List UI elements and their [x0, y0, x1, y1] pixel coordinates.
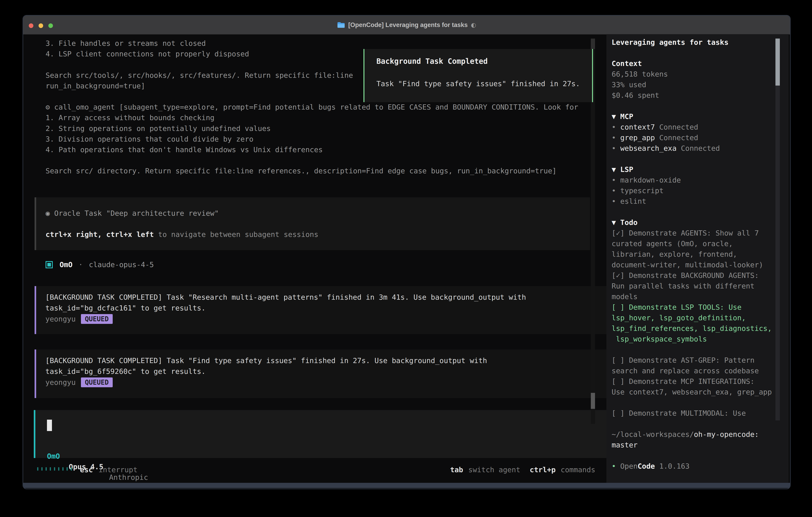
- oracle-hint-text: to navigate between subagent sessions: [154, 230, 318, 239]
- activity-spinner-icon: [37, 467, 72, 471]
- input-agent-name: OmO: [47, 451, 60, 461]
- terminal-line: 4. Path operations that don't handle Win…: [46, 144, 323, 155]
- queued-status-badge: QUEUED: [81, 377, 113, 387]
- terminal-line: Search src/ directory. Return specific f…: [46, 166, 557, 176]
- oracle-task-box: ◉ Oracle Task "Deep architecture review"…: [35, 197, 590, 250]
- text-cursor: [47, 419, 52, 431]
- oracle-task-hint: ctrl+x right, ctrl+x left to navigate be…: [46, 229, 590, 240]
- message-line: task_id="bg_dcfac161" to get results.: [46, 303, 613, 314]
- message-author: yeongyu: [46, 378, 76, 386]
- message-author: yeongyu: [46, 315, 76, 323]
- ctrlp-key-hint: ctrl+p: [530, 464, 556, 475]
- terminal-line: 1. Array access without bounds checking: [46, 112, 214, 123]
- proxy-icon: ◐: [471, 21, 476, 28]
- terminal-line: 3. Division operations that could divide…: [46, 134, 253, 144]
- agent-model: claude-opus-4-5: [89, 261, 154, 269]
- titlebar[interactable]: [OpenCode] Leveraging agents for tasks ◐: [23, 16, 790, 34]
- separator-dot: ·: [79, 261, 83, 269]
- window-title: [OpenCode] Leveraging agents for tasks: [348, 21, 468, 29]
- terminal-line: Search src/tools/, src/hooks/, src/featu…: [46, 70, 353, 81]
- folder-icon: [337, 22, 345, 28]
- message-footer: yeongyu QUEUED: [46, 377, 613, 388]
- terminal-line: run_in_background=true]: [46, 81, 145, 91]
- esc-key-hint: esc: [80, 464, 93, 475]
- oracle-task-title: ◉ Oracle Task "Deep architecture review": [46, 208, 590, 219]
- model-selector[interactable]: OmO Opus 4.5 Anthropic: [35, 440, 613, 451]
- queued-status-badge: QUEUED: [81, 314, 113, 324]
- status-bar: esc interrupt tab switch agent ctrl+p co…: [23, 464, 598, 475]
- esc-key-label: interrupt: [98, 464, 138, 475]
- toast-title: Background Task Completed: [376, 57, 488, 65]
- tab-key-label: switch agent: [468, 464, 520, 475]
- message-line: task_id="bg_6f59260c" to get results.: [46, 366, 613, 377]
- message-line: [BACKGROUND TASK COMPLETED] Task "Find t…: [46, 355, 613, 366]
- agent-name: OmO: [60, 261, 72, 269]
- terminal-line: 3. File handles or streams not closed: [46, 38, 206, 49]
- message-line: [BACKGROUND TASK COMPLETED] Task "Resear…: [46, 292, 613, 303]
- terminal-window: [OpenCode] Leveraging agents for tasks ◐…: [23, 15, 791, 489]
- main-scrollbar-segment: [591, 38, 595, 49]
- terminal-line: 2. String operations on potentially unde…: [46, 123, 271, 134]
- agent-header: OmO · claude-opus-4-5: [46, 259, 154, 270]
- terminal-line: ⚙ call_omo_agent [subagent_type=explore,…: [46, 102, 578, 112]
- toast-body: Task "Find type safety issues" finished …: [376, 80, 580, 88]
- tab-key-hint: tab: [450, 464, 463, 475]
- session-sidebar: [606, 34, 789, 483]
- message-footer: yeongyu QUEUED: [46, 314, 613, 324]
- terminal-line: 4. LSP client connections not properly d…: [46, 49, 249, 59]
- ctrlp-key-label: commands: [561, 464, 595, 475]
- background-task-message: [BACKGROUND TASK COMPLETED] Task "Resear…: [35, 286, 613, 334]
- window-title-group: [OpenCode] Leveraging agents for tasks ◐: [23, 16, 790, 34]
- main-scrollbar-thumb[interactable]: [591, 393, 595, 409]
- background-task-toast: Background Task Completed Task "Find typ…: [364, 49, 593, 102]
- sidebar-scrollbar-track: [776, 38, 780, 420]
- omo-agent-icon: [46, 261, 53, 268]
- prompt-input[interactable]: OmO Opus 4.5 Anthropic: [34, 410, 613, 458]
- background-task-message: [BACKGROUND TASK COMPLETED] Task "Find t…: [35, 350, 613, 398]
- sidebar-scrollbar-thumb[interactable]: [776, 38, 780, 86]
- window-bottom-strip: [23, 483, 790, 488]
- oracle-hint-keys: ctrl+x right, ctrl+x left: [46, 230, 154, 239]
